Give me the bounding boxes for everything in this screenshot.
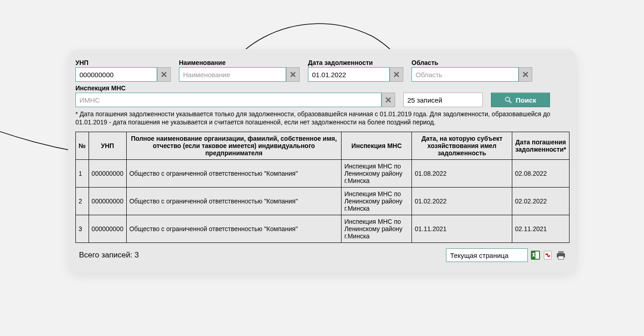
close-icon xyxy=(394,72,399,77)
cell-unp: 000000000 xyxy=(89,215,126,243)
col-inspection: Инспекция МНС xyxy=(342,132,412,160)
cell-full_name: Общество с ограниченной ответственностью… xyxy=(126,188,341,215)
cell-full_name: Общество с ограниченной ответственностью… xyxy=(126,160,341,188)
svg-rect-5 xyxy=(558,251,564,253)
cell-debt_date: 01.08.2022 xyxy=(412,160,512,188)
filter-row: УНП Наименование Дата задолженности xyxy=(75,59,570,82)
total-records: Всего записей: 3 xyxy=(79,251,139,260)
cell-num: 3 xyxy=(76,215,89,243)
footnote: * Дата погашения задолженности указывает… xyxy=(75,110,568,126)
cell-repay_date: 02.11.2021 xyxy=(512,215,569,243)
col-repay-date: Дата погашения задолженности* xyxy=(512,132,569,160)
unp-input[interactable] xyxy=(75,67,157,82)
page-select[interactable] xyxy=(446,248,528,262)
unp-label: УНП xyxy=(75,59,171,66)
search-button-label: Поиск xyxy=(515,96,536,104)
close-icon xyxy=(161,72,167,77)
cell-repay_date: 02.02.2022 xyxy=(512,188,569,215)
table-header-row: № УНП Полное наименование организации, ф… xyxy=(76,132,570,160)
cell-unp: 000000000 xyxy=(89,188,126,215)
name-label: Наименование xyxy=(179,59,300,66)
col-full-name: Полное наименование организации, фамилий… xyxy=(126,132,341,160)
cell-full_name: Общество с ограниченной ответственностью… xyxy=(126,215,341,243)
search-button[interactable]: Поиск xyxy=(491,93,550,107)
table-row: 2000000000Общество с ограниченной ответс… xyxy=(76,188,570,215)
results-table: № УНП Полное наименование организации, ф… xyxy=(75,132,570,243)
records-input[interactable] xyxy=(403,93,483,107)
col-debt-date: Дата, на которую субъект хозяйствования … xyxy=(412,132,512,160)
cell-debt_date: 01.11.2021 xyxy=(412,215,512,243)
col-num: № xyxy=(76,132,89,160)
cell-num: 2 xyxy=(76,188,89,215)
region-input[interactable] xyxy=(411,67,519,82)
close-icon xyxy=(386,97,391,103)
close-icon xyxy=(523,72,528,77)
cell-repay_date: 02.08.2022 xyxy=(512,160,569,188)
pdf-icon[interactable] xyxy=(543,250,553,260)
filter-row-2: Инспекция МНС Поиск xyxy=(75,84,570,107)
excel-icon[interactable] xyxy=(530,250,540,260)
cell-inspection: Инспекция МНС по Ленинскому району г.Мин… xyxy=(342,188,412,215)
col-unp: УНП xyxy=(89,132,126,160)
inspection-input[interactable] xyxy=(75,93,381,107)
unp-clear-button[interactable] xyxy=(157,67,171,82)
cell-inspection: Инспекция МНС по Ленинскому району г.Мин… xyxy=(342,160,412,188)
region-clear-button[interactable] xyxy=(519,67,532,82)
cell-inspection: Инспекция МНС по Ленинскому району г.Мин… xyxy=(342,215,412,243)
export-group xyxy=(446,248,566,262)
svg-rect-7 xyxy=(558,256,564,259)
debt-date-label: Дата задолженности xyxy=(308,59,403,66)
svg-rect-3 xyxy=(535,252,539,259)
cell-num: 1 xyxy=(76,160,89,188)
name-input[interactable] xyxy=(179,67,286,82)
table-footer: Всего записей: 3 xyxy=(75,248,570,262)
table-row: 1000000000Общество с ограниченной ответс… xyxy=(76,160,570,188)
close-icon xyxy=(290,72,296,77)
inspection-label: Инспекция МНС xyxy=(75,84,395,92)
svg-line-1 xyxy=(509,101,511,103)
region-label: Область xyxy=(411,59,532,66)
debt-date-clear-button[interactable] xyxy=(390,67,403,82)
search-icon xyxy=(505,96,512,104)
table-row: 3000000000Общество с ограниченной ответс… xyxy=(76,215,570,243)
search-panel: УНП Наименование Дата задолженности xyxy=(68,49,577,273)
name-clear-button[interactable] xyxy=(286,67,300,82)
cell-debt_date: 01.02.2022 xyxy=(412,188,512,215)
debt-date-input[interactable] xyxy=(308,67,390,82)
cell-unp: 000000000 xyxy=(89,160,126,188)
inspection-clear-button[interactable] xyxy=(381,93,395,107)
print-icon[interactable] xyxy=(556,250,566,260)
